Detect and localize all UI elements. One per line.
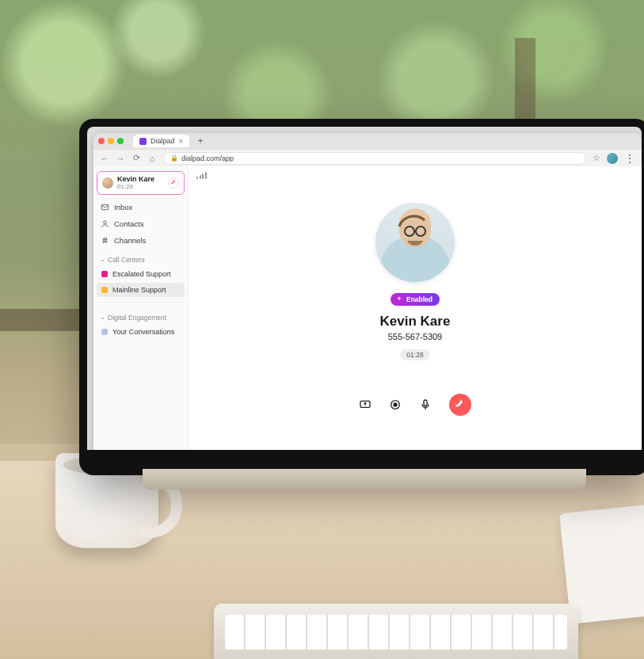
hangup-icon <box>170 179 177 186</box>
contact-avatar <box>375 203 455 282</box>
window-controls[interactable] <box>98 138 124 144</box>
caller-avatar-icon <box>102 177 113 189</box>
nav-forward-icon[interactable]: → <box>116 154 125 163</box>
new-tab-button[interactable]: + <box>194 135 206 147</box>
active-call-name: Kevin Kare <box>117 175 164 183</box>
digital-your-conversations[interactable]: Your Conversations <box>97 325 185 339</box>
svg-rect-9 <box>424 400 427 406</box>
tab-close-icon[interactable]: × <box>179 137 184 146</box>
chevron-down-icon: ⌄ <box>100 256 105 263</box>
inbox-icon <box>100 203 109 211</box>
close-window-icon[interactable] <box>98 138 105 144</box>
hangup-button[interactable] <box>449 394 471 416</box>
microphone-icon <box>419 398 432 411</box>
browser-menu-icon[interactable]: ⋮ <box>624 153 635 164</box>
color-swatch-icon <box>101 287 108 293</box>
section-title: Digital Engagement <box>108 314 166 322</box>
address-bar[interactable]: 🔒 dialpad.com/app <box>163 152 586 165</box>
nav-item-label: Inbox <box>114 203 132 211</box>
nav-back-icon[interactable]: ← <box>100 154 109 163</box>
ai-enabled-badge: Enabled <box>391 293 440 306</box>
keyboard <box>214 604 578 659</box>
nav-contacts[interactable]: Contacts <box>97 216 185 231</box>
url-text: dialpad.com/app <box>181 154 234 162</box>
hangup-icon <box>455 399 466 410</box>
lock-icon: 🔒 <box>170 154 178 162</box>
nav-item-label: Contacts <box>114 219 144 228</box>
call-center-label: Mainline Support <box>112 286 166 294</box>
maximize-window-icon[interactable] <box>117 138 124 144</box>
active-call-card[interactable]: Kevin Kare 01:28 <box>97 171 185 195</box>
minimize-window-icon[interactable] <box>108 138 114 144</box>
nav-reload-icon[interactable]: ⟳ <box>131 153 141 163</box>
tab-title: Dialpad <box>151 137 175 145</box>
screen-share-button[interactable] <box>359 398 372 411</box>
section-digital-engagement[interactable]: ⌄ Digital Engagement <box>97 309 185 323</box>
record-icon <box>389 398 402 411</box>
sparkle-icon <box>395 295 403 303</box>
digital-item-label: Your Conversations <box>112 328 174 336</box>
nav-item-label: Channels <box>114 236 146 245</box>
browser-tab[interactable]: Dialpad × <box>133 135 189 147</box>
badge-label: Enabled <box>406 295 433 303</box>
color-swatch-icon <box>101 271 108 277</box>
contact-name: Kevin Kare <box>380 314 451 330</box>
chevron-down-icon: ⌄ <box>100 314 105 321</box>
monitor-screen: Dialpad × + ← → ⟳ ⌂ 🔒 dialpad.com/app <box>87 127 642 450</box>
nav-inbox[interactable]: Inbox <box>97 200 185 215</box>
active-call-time: 01:28 <box>117 183 164 190</box>
browser-window: Dialpad × + ← → ⟳ ⌂ 🔒 dialpad.com/app <box>93 133 642 450</box>
profile-avatar-icon[interactable] <box>607 153 618 164</box>
card-hangup-button[interactable] <box>168 177 179 189</box>
color-swatch-icon <box>101 329 108 335</box>
bookmark-icon[interactable]: ☆ <box>593 153 600 163</box>
mute-button[interactable] <box>419 398 432 411</box>
tab-favicon-icon <box>139 138 147 145</box>
channels-icon <box>100 236 109 245</box>
contacts-icon <box>100 219 109 228</box>
contact-phone: 555-567-5309 <box>388 332 443 341</box>
nav-channels[interactable]: Channels <box>97 233 185 248</box>
section-call-centers[interactable]: ⌄ Call Centers <box>97 251 185 265</box>
svg-point-8 <box>394 403 397 406</box>
call-pane: Enabled Kevin Kare 555-567-5309 01:28 <box>189 166 642 450</box>
section-title: Call Centers <box>108 256 145 264</box>
nav-home-icon[interactable]: ⌂ <box>147 154 157 163</box>
signal-strength-icon <box>196 171 207 179</box>
sidebar-divider <box>97 302 185 303</box>
svg-point-1 <box>103 220 106 223</box>
call-center-mainline[interactable]: Mainline Support <box>97 283 185 297</box>
call-controls <box>359 394 471 416</box>
call-duration: 01:28 <box>400 349 429 360</box>
desk-scene: Dialpad × + ← → ⟳ ⌂ 🔒 dialpad.com/app <box>0 0 644 659</box>
sidebar: Kevin Kare 01:28 Inbox <box>93 166 189 450</box>
browser-toolbar: ← → ⟳ ⌂ 🔒 dialpad.com/app ☆ ⋮ <box>93 149 642 166</box>
call-center-escalated[interactable]: Escalated Support <box>97 267 185 281</box>
record-button[interactable] <box>389 398 402 411</box>
screen-share-icon <box>359 398 372 411</box>
browser-tabbar: Dialpad × + <box>93 133 642 149</box>
call-center-label: Escalated Support <box>112 270 171 278</box>
monitor: Dialpad × + ← → ⟳ ⌂ 🔒 dialpad.com/app <box>79 119 644 475</box>
app-root: Kevin Kare 01:28 Inbox <box>93 166 642 450</box>
